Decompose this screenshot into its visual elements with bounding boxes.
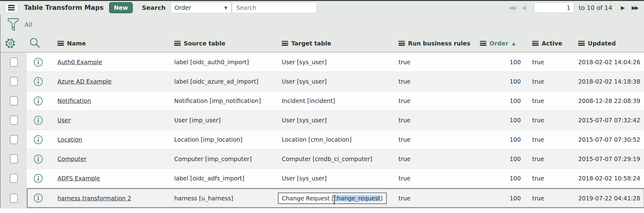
active-cell[interactable]: true bbox=[524, 117, 567, 124]
next-page-button[interactable]: ▶ bbox=[621, 5, 624, 10]
record-link[interactable]: Computer bbox=[57, 156, 86, 162]
active-cell[interactable]: true bbox=[524, 97, 567, 104]
updated-cell[interactable]: 2015-07-07 07:29:19 bbox=[567, 156, 644, 162]
column-header-target-table[interactable]: Target table bbox=[274, 40, 391, 47]
order-cell[interactable]: 100 bbox=[474, 78, 524, 85]
column-menu-icon[interactable] bbox=[532, 41, 539, 46]
column-menu-icon[interactable] bbox=[578, 41, 585, 46]
target-table-cell[interactable]: User [sys_user] bbox=[274, 59, 391, 65]
focused-cell-box[interactable]: Change Request [change_request] bbox=[278, 192, 387, 204]
row-checkbox[interactable] bbox=[10, 77, 18, 86]
target-table-cell[interactable]: User [sys_user] bbox=[274, 117, 391, 124]
page-number-input[interactable] bbox=[534, 2, 574, 13]
first-page-button[interactable]: ◀◀ bbox=[509, 5, 515, 10]
source-table-cell[interactable]: Location [imp_location] bbox=[167, 136, 274, 143]
row-checkbox[interactable] bbox=[10, 174, 18, 183]
order-cell[interactable]: 100 bbox=[474, 136, 524, 143]
target-table-cell[interactable]: Location [cmn_location] bbox=[274, 136, 391, 143]
active-cell[interactable]: true bbox=[524, 136, 567, 143]
updated-cell[interactable]: 2019-07-22 04:41:28 bbox=[567, 195, 644, 202]
run-business-rules-cell[interactable]: true bbox=[391, 136, 474, 143]
run-business-rules-cell[interactable]: true bbox=[391, 117, 474, 124]
column-header-order-sorted[interactable]: Order ▲ bbox=[474, 40, 524, 47]
filter-funnel-icon[interactable] bbox=[8, 18, 19, 31]
record-link[interactable]: Azure AD Example bbox=[57, 78, 112, 85]
row-checkbox[interactable] bbox=[10, 194, 18, 203]
search-column-select[interactable]: Order ▼ bbox=[171, 2, 231, 13]
source-table-cell[interactable]: label [oidc_azure_ad_import] bbox=[167, 78, 274, 85]
active-cell[interactable]: true bbox=[524, 175, 567, 182]
record-preview-info-icon[interactable] bbox=[27, 174, 50, 183]
source-table-cell[interactable]: label [oidc_auth0_import] bbox=[167, 59, 274, 65]
order-cell[interactable]: 100 bbox=[474, 59, 524, 65]
list-search-icon[interactable] bbox=[29, 37, 41, 50]
active-cell[interactable]: true bbox=[524, 195, 567, 202]
run-business-rules-cell[interactable]: true bbox=[391, 195, 474, 202]
updated-cell[interactable]: 2008-12-28 22:08:39 bbox=[567, 97, 644, 104]
record-preview-info-icon[interactable] bbox=[27, 57, 50, 67]
list-context-menu-button[interactable] bbox=[5, 2, 18, 13]
column-header-name[interactable]: Name bbox=[50, 40, 167, 47]
source-table-cell[interactable]: label [oidc_adfs_import] bbox=[167, 175, 274, 182]
column-header-run-business-rules[interactable]: Run business rules bbox=[391, 40, 474, 47]
run-business-rules-cell[interactable]: true bbox=[391, 97, 474, 104]
search-input[interactable] bbox=[232, 2, 317, 13]
filter-all-breadcrumb[interactable]: All bbox=[25, 21, 32, 28]
updated-cell[interactable]: 2018-02-02 14:18:38 bbox=[567, 78, 644, 85]
updated-cell[interactable]: 2018-02-02 10:58:24 bbox=[567, 175, 644, 182]
record-preview-info-icon[interactable] bbox=[27, 96, 50, 106]
record-link[interactable]: Auth0 Example bbox=[57, 59, 102, 65]
row-checkbox[interactable] bbox=[10, 116, 18, 125]
record-link[interactable]: Location bbox=[57, 136, 82, 143]
updated-cell[interactable]: 2015-07-07 07:32:42 bbox=[567, 117, 644, 124]
source-table-cell[interactable]: harness [u_harness] bbox=[167, 195, 274, 202]
order-cell[interactable]: 100 bbox=[474, 195, 524, 202]
active-cell[interactable]: true bbox=[524, 59, 567, 65]
record-preview-info-icon[interactable] bbox=[27, 135, 50, 144]
record-preview-info-icon[interactable] bbox=[27, 193, 50, 203]
source-table-cell[interactable]: Notification [imp_notification] bbox=[167, 97, 274, 104]
row-checkbox[interactable] bbox=[10, 154, 18, 164]
order-cell[interactable]: 100 bbox=[474, 175, 524, 182]
run-business-rules-cell[interactable]: true bbox=[391, 156, 474, 162]
last-page-button[interactable]: ▶▶ bbox=[632, 5, 638, 10]
active-cell[interactable]: true bbox=[524, 78, 567, 85]
column-menu-icon[interactable] bbox=[57, 41, 64, 46]
previous-page-button[interactable]: ◀ bbox=[522, 5, 525, 10]
column-menu-icon[interactable] bbox=[399, 41, 405, 46]
source-table-cell[interactable]: User [imp_user] bbox=[167, 117, 274, 124]
new-button[interactable]: New bbox=[109, 2, 132, 13]
record-preview-info-icon[interactable] bbox=[27, 116, 50, 125]
column-header-source-table[interactable]: Source table bbox=[167, 40, 274, 47]
updated-cell[interactable]: 2015-07-07 07:30:52 bbox=[567, 136, 644, 143]
record-link[interactable]: User bbox=[57, 117, 71, 124]
run-business-rules-cell[interactable]: true bbox=[391, 78, 474, 85]
row-checkbox[interactable] bbox=[10, 57, 18, 67]
record-link[interactable]: Notification bbox=[57, 97, 91, 104]
target-table-cell[interactable]: User [sys_user] bbox=[274, 78, 391, 85]
target-table-cell[interactable]: Computer [cmdb_ci_computer] bbox=[274, 156, 391, 162]
target-table-cell-focused[interactable]: Change Request [change_request] bbox=[274, 192, 391, 204]
column-menu-icon[interactable] bbox=[282, 41, 288, 46]
record-link[interactable]: harness transformation 2 bbox=[57, 195, 131, 202]
target-table-cell[interactable]: Incident [incident] bbox=[274, 97, 391, 104]
target-table-cell[interactable]: User [sys_user] bbox=[274, 175, 391, 182]
updated-cell[interactable]: 2018-02-02 14:04:26 bbox=[567, 59, 644, 65]
list-personalize-gear-icon[interactable] bbox=[4, 37, 16, 49]
row-checkbox[interactable] bbox=[10, 96, 18, 105]
record-preview-info-icon[interactable] bbox=[27, 154, 50, 164]
order-cell[interactable]: 100 bbox=[474, 117, 524, 124]
column-header-active[interactable]: Active bbox=[524, 40, 567, 47]
source-table-cell[interactable]: Computer [imp_computer] bbox=[167, 156, 274, 162]
active-cell[interactable]: true bbox=[524, 156, 567, 162]
column-header-updated[interactable]: Updated bbox=[567, 40, 644, 47]
column-menu-icon[interactable] bbox=[174, 41, 181, 46]
column-menu-icon[interactable] bbox=[480, 41, 486, 46]
record-preview-info-icon[interactable] bbox=[27, 77, 50, 86]
row-checkbox[interactable] bbox=[10, 135, 18, 144]
order-cell[interactable]: 100 bbox=[474, 156, 524, 162]
run-business-rules-cell[interactable]: true bbox=[391, 59, 474, 65]
record-link[interactable]: ADFS Example bbox=[57, 175, 100, 182]
run-business-rules-cell[interactable]: true bbox=[391, 175, 474, 182]
order-cell[interactable]: 100 bbox=[474, 97, 524, 104]
